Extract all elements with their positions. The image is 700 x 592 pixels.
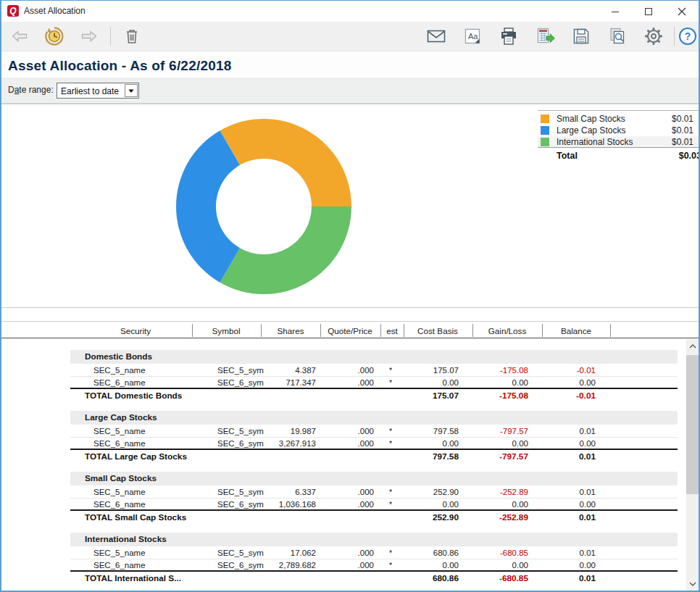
close-icon xyxy=(678,7,686,16)
table-row[interactable]: SEC_6_nameSEC_6_sym2,789.682.000*0.000.0… xyxy=(70,559,678,570)
legend-color-chip xyxy=(541,114,549,123)
cell-estimate-flag: * xyxy=(389,486,392,498)
column-divider[interactable] xyxy=(380,324,381,337)
settings-button[interactable] xyxy=(643,26,664,46)
total-cost-basis: 680.86 xyxy=(433,572,459,585)
column-divider[interactable] xyxy=(542,324,543,337)
save-button[interactable] xyxy=(571,26,591,46)
font-size-icon: Aa xyxy=(463,27,482,46)
dropdown-button[interactable]: ▼ xyxy=(125,84,138,97)
legend-item[interactable]: International Stocks$0.01 xyxy=(538,136,699,148)
table-row[interactable]: SEC_5_nameSEC_5_sym19.987.000*797.58-797… xyxy=(70,425,678,437)
column-divider[interactable] xyxy=(192,324,193,337)
column-divider[interactable] xyxy=(472,324,473,337)
total-cost-basis: 797.58 xyxy=(433,450,459,463)
history-button[interactable] xyxy=(44,26,64,46)
table-row[interactable]: SEC_6_nameSEC_6_sym717.347.000*0.000.000… xyxy=(70,376,678,388)
cell-symbol: SEC_5_sym xyxy=(217,486,264,498)
column-header-symbol[interactable]: Symbol xyxy=(212,326,241,335)
section-header: Small Cap Stocks xyxy=(70,472,678,485)
column-divider[interactable] xyxy=(610,324,611,337)
chart-legend: Small Cap Stocks$0.01Large Cap Stocks$0.… xyxy=(538,110,699,162)
column-header-cost-basis[interactable]: Cost Basis xyxy=(417,326,458,335)
scrollbar-thumb[interactable] xyxy=(686,355,699,494)
cell-balance: 0.00 xyxy=(580,499,596,510)
cell-gain-loss: -175.08 xyxy=(500,364,528,376)
font-size-button[interactable]: Aa xyxy=(462,26,483,46)
print-preview-icon xyxy=(607,26,628,46)
table-row[interactable]: SEC_5_nameSEC_5_sym6.337.000*252.90-252.… xyxy=(70,486,678,498)
table-row[interactable]: SEC_5_nameSEC_5_sym17.062.000*680.86-680… xyxy=(70,547,678,559)
window-title: Asset Allocation xyxy=(24,6,86,16)
forward-arrow-icon xyxy=(80,28,98,45)
cell-quote-price: .000 xyxy=(358,499,374,510)
cell-shares: 6.337 xyxy=(295,486,316,498)
cell-cost-basis: 0.00 xyxy=(443,377,459,388)
total-gain-loss: -175.08 xyxy=(499,389,528,402)
column-header-quote-price[interactable]: Quote/Price xyxy=(328,326,372,335)
column-header-est[interactable]: est xyxy=(386,326,398,335)
back-button[interactable] xyxy=(9,26,30,46)
column-header-security[interactable]: Security xyxy=(120,326,151,335)
table-row[interactable]: SEC_6_nameSEC_6_sym3,267.913.000*0.000.0… xyxy=(70,437,678,449)
legend-label: Small Cap Stocks xyxy=(557,113,625,125)
date-range-select[interactable]: Earliest to date ▼ xyxy=(57,83,139,99)
table-row[interactable]: SEC_6_nameSEC_6_sym1,036.168.000*0.000.0… xyxy=(70,498,678,509)
donut-segment-large-cap-stocks[interactable] xyxy=(176,130,240,283)
cell-cost-basis: 0.00 xyxy=(443,438,459,449)
total-label: TOTAL Domestic Bonds xyxy=(85,389,182,402)
legend-value: $0.01 xyxy=(672,113,693,125)
table-row[interactable]: SEC_5_nameSEC_5_sym4.387.000*175.07-175.… xyxy=(70,364,678,376)
column-header-shares[interactable]: Shares xyxy=(277,326,304,335)
section-total-row: TOTAL Small Cap Stocks252.90-252.890.01 xyxy=(70,509,678,522)
table-section: International StocksSEC_5_nameSEC_5_sym1… xyxy=(70,533,678,583)
toolbar: Aa xyxy=(1,22,699,51)
legend-color-chip xyxy=(541,138,549,146)
cell-shares: 2,789.682 xyxy=(279,559,316,571)
print-preview-button[interactable] xyxy=(607,26,628,46)
gear-icon xyxy=(643,26,664,46)
total-balance: -0.01 xyxy=(576,389,596,402)
legend-item[interactable]: Large Cap Stocks$0.01 xyxy=(538,125,699,136)
donut-segment-small-cap-stocks[interactable] xyxy=(220,119,352,207)
minimize-icon xyxy=(611,7,620,16)
cell-security: SEC_5_name xyxy=(93,547,146,559)
cell-balance: 0.01 xyxy=(580,425,596,437)
legend-value: $0.01 xyxy=(672,125,693,136)
cell-estimate-flag: * xyxy=(389,364,392,376)
legend-item[interactable]: Small Cap Stocks$0.01 xyxy=(538,113,699,125)
print-button[interactable] xyxy=(499,26,519,46)
section-header: International Stocks xyxy=(70,533,678,546)
total-cost-basis: 252.90 xyxy=(433,511,459,524)
cell-balance: -0.01 xyxy=(577,364,596,376)
scroll-down-button[interactable] xyxy=(686,578,699,590)
history-clock-icon xyxy=(44,26,64,46)
help-button[interactable]: ? xyxy=(678,26,698,46)
total-label: TOTAL Small Cap Stocks xyxy=(85,511,186,524)
mail-button[interactable] xyxy=(426,26,446,46)
close-button[interactable] xyxy=(665,1,699,22)
scroll-up-button[interactable] xyxy=(686,340,699,352)
cell-symbol: SEC_6_sym xyxy=(217,499,264,510)
column-divider[interactable] xyxy=(261,324,262,337)
table-body: Domestic BondsSEC_5_nameSEC_5_sym4.387.0… xyxy=(1,339,686,591)
vertical-scrollbar[interactable] xyxy=(686,339,699,591)
column-divider[interactable] xyxy=(404,324,404,337)
forward-button[interactable] xyxy=(79,26,99,46)
svg-text:Aa: Aa xyxy=(468,32,478,41)
minimize-button[interactable] xyxy=(599,1,632,22)
cell-cost-basis: 680.86 xyxy=(433,547,459,559)
export-button[interactable] xyxy=(535,26,555,46)
maximize-button[interactable] xyxy=(632,1,665,22)
column-divider[interactable] xyxy=(320,324,321,337)
cell-quote-price: .000 xyxy=(358,547,374,559)
cell-gain-loss: 0.00 xyxy=(512,438,528,449)
column-header-balance[interactable]: Balance xyxy=(561,326,591,335)
column-header-gain-loss[interactable]: Gain/Loss xyxy=(488,326,527,335)
cell-security: SEC_5_name xyxy=(93,364,146,376)
donut-segment-international-stocks[interactable] xyxy=(220,207,351,294)
quicken-logo-icon: Q xyxy=(7,5,19,17)
cell-symbol: SEC_5_sym xyxy=(217,425,264,437)
total-label: TOTAL Large Cap Stocks xyxy=(85,450,187,463)
delete-button[interactable] xyxy=(122,26,142,46)
